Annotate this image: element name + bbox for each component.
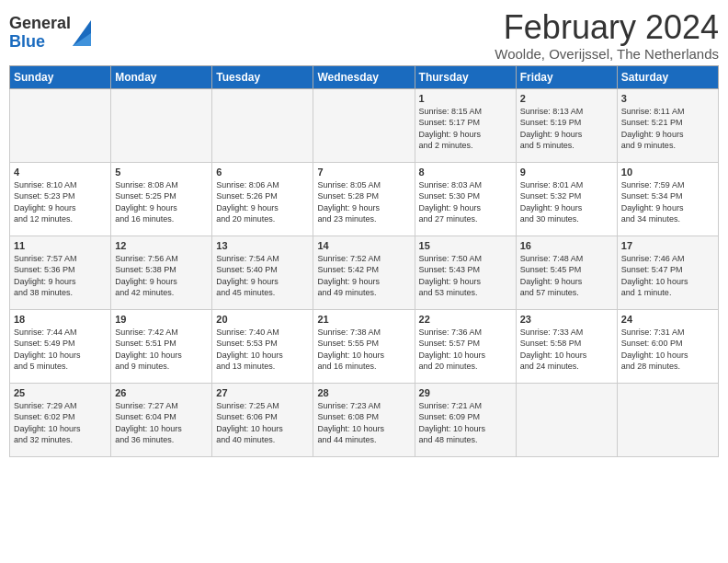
day-number: 19 xyxy=(115,314,208,325)
calendar-cell: 10Sunrise: 7:59 AM Sunset: 5:34 PM Dayli… xyxy=(617,162,718,236)
calendar-cell: 21Sunrise: 7:38 AM Sunset: 5:55 PM Dayli… xyxy=(313,309,415,383)
day-number: 7 xyxy=(317,167,410,178)
calendar-cell: 7Sunrise: 8:05 AM Sunset: 5:28 PM Daylig… xyxy=(313,162,415,236)
day-content: Sunrise: 7:29 AM Sunset: 6:02 PM Dayligh… xyxy=(14,400,107,446)
day-content: Sunrise: 7:59 AM Sunset: 5:34 PM Dayligh… xyxy=(621,179,714,225)
calendar-cell xyxy=(313,88,415,162)
weekday-header-thursday: Thursday xyxy=(415,65,516,88)
calendar-cell: 6Sunrise: 8:06 AM Sunset: 5:26 PM Daylig… xyxy=(212,162,313,236)
day-number: 25 xyxy=(14,387,107,398)
month-year-title: February 2024 xyxy=(495,9,719,46)
day-number: 3 xyxy=(621,93,714,104)
day-content: Sunrise: 7:25 AM Sunset: 6:06 PM Dayligh… xyxy=(216,400,309,446)
calendar-cell: 25Sunrise: 7:29 AM Sunset: 6:02 PM Dayli… xyxy=(10,383,111,456)
day-number: 11 xyxy=(14,240,107,251)
calendar-cell: 16Sunrise: 7:48 AM Sunset: 5:45 PM Dayli… xyxy=(516,236,617,309)
day-number: 5 xyxy=(115,167,208,178)
calendar-cell: 18Sunrise: 7:44 AM Sunset: 5:49 PM Dayli… xyxy=(10,309,111,383)
day-number: 8 xyxy=(419,167,512,178)
title-block: February 2024 Woolde, Overijssel, The Ne… xyxy=(495,9,719,62)
calendar-cell: 20Sunrise: 7:40 AM Sunset: 5:53 PM Dayli… xyxy=(212,309,313,383)
day-content: Sunrise: 7:54 AM Sunset: 5:40 PM Dayligh… xyxy=(216,253,309,299)
day-content: Sunrise: 7:57 AM Sunset: 5:36 PM Dayligh… xyxy=(14,253,107,299)
calendar-cell xyxy=(10,88,111,162)
day-content: Sunrise: 8:13 AM Sunset: 5:19 PM Dayligh… xyxy=(520,106,613,152)
day-content: Sunrise: 7:38 AM Sunset: 5:55 PM Dayligh… xyxy=(317,327,410,373)
day-number: 22 xyxy=(419,314,512,325)
calendar-cell: 17Sunrise: 7:46 AM Sunset: 5:47 PM Dayli… xyxy=(617,236,718,309)
day-number: 24 xyxy=(621,314,714,325)
day-content: Sunrise: 7:52 AM Sunset: 5:42 PM Dayligh… xyxy=(317,253,410,299)
calendar-cell: 13Sunrise: 7:54 AM Sunset: 5:40 PM Dayli… xyxy=(212,236,313,309)
weekday-header-saturday: Saturday xyxy=(617,65,718,88)
calendar-cell: 11Sunrise: 7:57 AM Sunset: 5:36 PM Dayli… xyxy=(10,236,111,309)
day-number: 27 xyxy=(216,387,309,398)
day-content: Sunrise: 7:27 AM Sunset: 6:04 PM Dayligh… xyxy=(115,400,208,446)
calendar-cell: 4Sunrise: 8:10 AM Sunset: 5:23 PM Daylig… xyxy=(10,162,111,236)
day-number: 9 xyxy=(520,167,613,178)
day-number: 13 xyxy=(216,240,309,251)
day-number: 29 xyxy=(419,387,512,398)
day-content: Sunrise: 8:01 AM Sunset: 5:32 PM Dayligh… xyxy=(520,179,613,225)
weekday-header-wednesday: Wednesday xyxy=(313,65,415,88)
day-content: Sunrise: 7:50 AM Sunset: 5:43 PM Dayligh… xyxy=(419,253,512,299)
day-number: 10 xyxy=(621,167,714,178)
calendar-cell: 19Sunrise: 7:42 AM Sunset: 5:51 PM Dayli… xyxy=(111,309,212,383)
day-content: Sunrise: 7:36 AM Sunset: 5:57 PM Dayligh… xyxy=(419,327,512,373)
day-content: Sunrise: 7:40 AM Sunset: 5:53 PM Dayligh… xyxy=(216,327,309,373)
day-content: Sunrise: 8:15 AM Sunset: 5:17 PM Dayligh… xyxy=(419,106,512,152)
calendar-cell: 8Sunrise: 8:03 AM Sunset: 5:30 PM Daylig… xyxy=(415,162,516,236)
day-content: Sunrise: 8:11 AM Sunset: 5:21 PM Dayligh… xyxy=(621,106,714,152)
day-number: 14 xyxy=(317,240,410,251)
logo: General Blue xyxy=(9,15,91,52)
calendar-cell: 28Sunrise: 7:23 AM Sunset: 6:08 PM Dayli… xyxy=(313,383,415,456)
calendar-cell: 22Sunrise: 7:36 AM Sunset: 5:57 PM Dayli… xyxy=(415,309,516,383)
calendar-cell xyxy=(516,383,617,456)
logo-general-text: General xyxy=(9,15,71,33)
calendar-cell: 15Sunrise: 7:50 AM Sunset: 5:43 PM Dayli… xyxy=(415,236,516,309)
day-content: Sunrise: 8:03 AM Sunset: 5:30 PM Dayligh… xyxy=(419,179,512,225)
day-content: Sunrise: 7:31 AM Sunset: 6:00 PM Dayligh… xyxy=(621,327,714,373)
weekday-header-monday: Monday xyxy=(111,65,212,88)
day-content: Sunrise: 7:42 AM Sunset: 5:51 PM Dayligh… xyxy=(115,327,208,373)
calendar-cell: 14Sunrise: 7:52 AM Sunset: 5:42 PM Dayli… xyxy=(313,236,415,309)
calendar-cell: 29Sunrise: 7:21 AM Sunset: 6:09 PM Dayli… xyxy=(415,383,516,456)
day-content: Sunrise: 8:10 AM Sunset: 5:23 PM Dayligh… xyxy=(14,179,107,225)
page-header: General Blue February 2024 Woolde, Overi… xyxy=(9,9,719,62)
calendar-cell: 2Sunrise: 8:13 AM Sunset: 5:19 PM Daylig… xyxy=(516,88,617,162)
location-subtitle: Woolde, Overijssel, The Netherlands xyxy=(495,46,719,62)
day-number: 4 xyxy=(14,167,107,178)
weekday-header-row: SundayMondayTuesdayWednesdayThursdayFrid… xyxy=(10,65,719,88)
weekday-header-sunday: Sunday xyxy=(10,65,111,88)
day-number: 15 xyxy=(419,240,512,251)
calendar-cell xyxy=(617,383,718,456)
calendar-cell: 5Sunrise: 8:08 AM Sunset: 5:25 PM Daylig… xyxy=(111,162,212,236)
calendar-table: SundayMondayTuesdayWednesdayThursdayFrid… xyxy=(9,65,719,457)
day-number: 16 xyxy=(520,240,613,251)
day-content: Sunrise: 7:56 AM Sunset: 5:38 PM Dayligh… xyxy=(115,253,208,299)
day-content: Sunrise: 8:06 AM Sunset: 5:26 PM Dayligh… xyxy=(216,179,309,225)
day-content: Sunrise: 7:23 AM Sunset: 6:08 PM Dayligh… xyxy=(317,400,410,446)
day-content: Sunrise: 7:44 AM Sunset: 5:49 PM Dayligh… xyxy=(14,327,107,373)
day-number: 18 xyxy=(14,314,107,325)
calendar-cell xyxy=(111,88,212,162)
day-number: 21 xyxy=(317,314,410,325)
calendar-cell: 3Sunrise: 8:11 AM Sunset: 5:21 PM Daylig… xyxy=(617,88,718,162)
calendar-cell: 27Sunrise: 7:25 AM Sunset: 6:06 PM Dayli… xyxy=(212,383,313,456)
logo-icon xyxy=(73,20,91,46)
logo-blue-text: Blue xyxy=(9,33,71,52)
day-number: 2 xyxy=(520,93,613,104)
calendar-cell: 12Sunrise: 7:56 AM Sunset: 5:38 PM Dayli… xyxy=(111,236,212,309)
calendar-cell: 23Sunrise: 7:33 AM Sunset: 5:58 PM Dayli… xyxy=(516,309,617,383)
calendar-cell: 9Sunrise: 8:01 AM Sunset: 5:32 PM Daylig… xyxy=(516,162,617,236)
calendar-week-row: 25Sunrise: 7:29 AM Sunset: 6:02 PM Dayli… xyxy=(10,383,719,456)
calendar-week-row: 4Sunrise: 8:10 AM Sunset: 5:23 PM Daylig… xyxy=(10,162,719,236)
calendar-week-row: 11Sunrise: 7:57 AM Sunset: 5:36 PM Dayli… xyxy=(10,236,719,309)
day-content: Sunrise: 8:05 AM Sunset: 5:28 PM Dayligh… xyxy=(317,179,410,225)
day-number: 17 xyxy=(621,240,714,251)
day-content: Sunrise: 7:33 AM Sunset: 5:58 PM Dayligh… xyxy=(520,327,613,373)
day-number: 6 xyxy=(216,167,309,178)
day-content: Sunrise: 7:21 AM Sunset: 6:09 PM Dayligh… xyxy=(419,400,512,446)
weekday-header-tuesday: Tuesday xyxy=(212,65,313,88)
day-number: 12 xyxy=(115,240,208,251)
